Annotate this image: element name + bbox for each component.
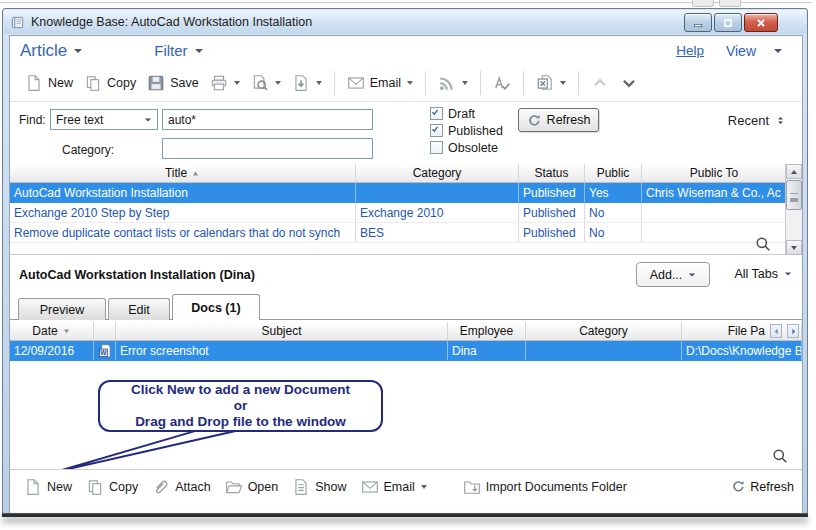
- help-link[interactable]: Help: [676, 43, 704, 58]
- previous-button[interactable]: [589, 72, 611, 94]
- chevron-down-icon: [195, 49, 203, 53]
- spellcheck-icon: [493, 74, 511, 92]
- app-window: Knowledge Base: AutoCad Workstation Inst…: [2, 8, 808, 514]
- spellcheck-button[interactable]: [491, 72, 513, 94]
- column-header-status[interactable]: Status: [519, 164, 585, 182]
- menu-article[interactable]: Article: [20, 41, 82, 61]
- scrollbar-thumb[interactable]: [786, 180, 802, 210]
- menu-filter[interactable]: Filter: [154, 42, 202, 59]
- cell-public: No: [585, 203, 642, 222]
- checkbox-label: Obsolete: [448, 141, 498, 155]
- toolbar-separator: [578, 71, 579, 95]
- scroll-down-button[interactable]: [786, 240, 802, 255]
- email-button[interactable]: Email: [359, 476, 429, 498]
- button-label: Email: [384, 480, 415, 494]
- chevron-up-icon: [591, 74, 609, 92]
- column-header-title[interactable]: Title: [10, 164, 356, 182]
- chevron-down-icon: [785, 272, 791, 275]
- dropdown-arrow-icon: [462, 81, 468, 85]
- pdf-icon: [292, 74, 310, 92]
- pdf-button[interactable]: [290, 72, 324, 94]
- minimize-icon: [691, 15, 706, 30]
- print-preview-button[interactable]: [249, 72, 283, 94]
- copy-button[interactable]: Copy: [84, 476, 140, 498]
- chevron-down-icon: [74, 49, 82, 53]
- maximize-button[interactable]: [714, 13, 742, 32]
- save-icon: [147, 74, 165, 92]
- find-type-select[interactable]: Free text: [50, 109, 158, 130]
- recent-dropdown[interactable]: Recent: [728, 113, 786, 128]
- record-header: AutoCad Workstation Installation (Dina) …: [10, 255, 802, 294]
- cell-category: BES: [356, 223, 519, 242]
- window-bottom-edge: [2, 513, 808, 517]
- minimize-button[interactable]: [684, 13, 712, 32]
- sort-asc-icon: [191, 169, 200, 178]
- rss-icon: [438, 74, 456, 92]
- dropdown-arrow-icon: [316, 81, 322, 85]
- add-button[interactable]: Add...: [636, 262, 710, 287]
- chevron-down-icon: [774, 49, 782, 53]
- email-button[interactable]: Email: [345, 72, 415, 94]
- new-page-icon: [24, 478, 42, 496]
- dropdown-arrow-icon: [234, 81, 240, 85]
- article-row[interactable]: Remove duplicate contact lists or calend…: [10, 223, 787, 243]
- dropdown-arrow-icon: [560, 81, 566, 85]
- chevron-down-icon: [689, 273, 695, 276]
- rss-button[interactable]: [436, 72, 470, 94]
- attach-button[interactable]: Attach: [150, 476, 212, 498]
- new-button[interactable]: New: [23, 72, 75, 94]
- articles-scrollbar[interactable]: [785, 164, 802, 255]
- show-button[interactable]: Show: [290, 476, 348, 498]
- copy-icon: [84, 74, 102, 92]
- attach-icon: [152, 478, 170, 496]
- email-icon: [347, 74, 365, 92]
- tab-edit[interactable]: Edit: [108, 298, 170, 320]
- checkbox-published[interactable]: Published: [430, 122, 503, 139]
- excel-export-button[interactable]: [534, 72, 568, 94]
- category-input[interactable]: [162, 138, 373, 159]
- status-checkboxes: Draft Published Obsolete: [430, 105, 503, 156]
- maximize-icon: [721, 16, 735, 30]
- cell-title: AutoCad Workstation Installation: [10, 183, 356, 202]
- refresh-button[interactable]: Refresh: [518, 108, 599, 132]
- checkbox-obsolete[interactable]: Obsolete: [430, 139, 503, 156]
- copy-button[interactable]: Copy: [82, 72, 138, 94]
- dropdown-arrow-icon: [275, 81, 281, 85]
- article-row[interactable]: Exchange 2010 Step by StepExchange 2010P…: [10, 203, 787, 223]
- refresh-icon: [731, 479, 746, 494]
- find-input[interactable]: [162, 109, 373, 130]
- filter-panel: Find: Free text Category: Draft Publishe…: [10, 102, 802, 164]
- main-toolbar: NewCopySaveEmail: [10, 65, 802, 102]
- button-label: Email: [370, 76, 401, 90]
- titlebar[interactable]: Knowledge Base: AutoCad Workstation Inst…: [4, 10, 806, 34]
- next-button[interactable]: [618, 72, 640, 94]
- book-icon: [10, 15, 25, 30]
- import-documents-folder-button[interactable]: Import Documents Folder: [461, 476, 629, 498]
- new-button[interactable]: New: [22, 476, 74, 498]
- window-content: Article Filter Help View NewCopySaveEmai…: [9, 35, 803, 516]
- close-button[interactable]: [744, 13, 778, 32]
- search-icon[interactable]: [755, 236, 771, 256]
- menu-view[interactable]: View: [726, 43, 782, 59]
- article-row[interactable]: AutoCad Workstation InstallationPublishe…: [10, 183, 787, 203]
- print-button[interactable]: [208, 72, 242, 94]
- save-button[interactable]: Save: [145, 72, 201, 94]
- docs-refresh-button[interactable]: Refresh: [731, 479, 794, 494]
- print-preview-icon: [251, 74, 269, 92]
- column-header-category[interactable]: Category: [356, 164, 519, 182]
- checkbox-draft[interactable]: Draft: [430, 105, 503, 122]
- copy-icon: [86, 478, 104, 496]
- scroll-up-button[interactable]: [786, 164, 802, 179]
- open-button[interactable]: Open: [223, 476, 281, 498]
- checkbox-icon: [430, 141, 443, 154]
- dropdown-arrow-icon: [407, 81, 413, 85]
- tab-docs-1-[interactable]: Docs (1): [172, 294, 260, 320]
- column-header-public-to[interactable]: Public To: [642, 164, 787, 182]
- articles-header-row: TitleCategoryStatusPublicPublic To: [10, 164, 787, 183]
- close-icon: [754, 16, 768, 30]
- window-title: Knowledge Base: AutoCad Workstation Inst…: [31, 15, 312, 29]
- column-header-public[interactable]: Public: [585, 164, 642, 182]
- cell-category: [356, 183, 519, 202]
- all-tabs-dropdown[interactable]: All Tabs: [734, 267, 792, 281]
- tab-preview[interactable]: Preview: [18, 298, 106, 320]
